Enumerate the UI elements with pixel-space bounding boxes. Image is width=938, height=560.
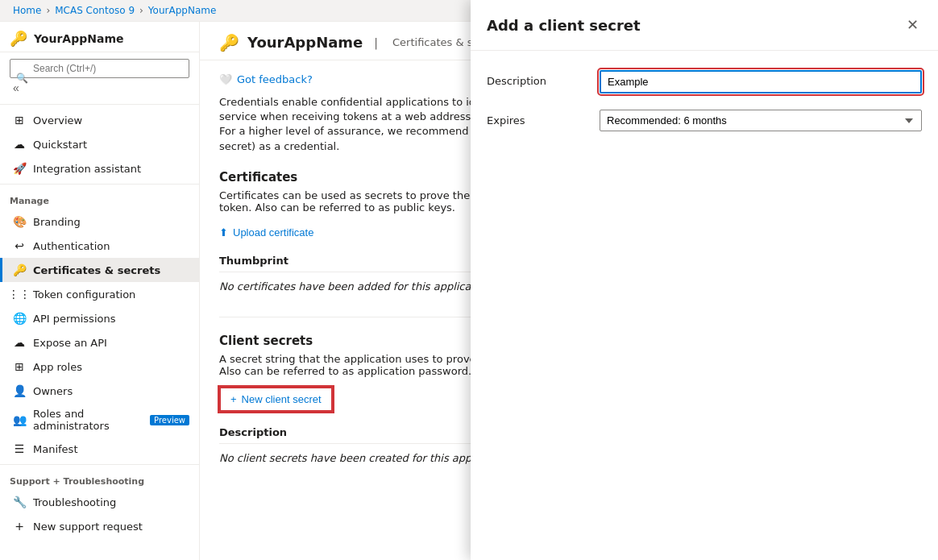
add-icon: + [230, 393, 237, 405]
sidebar-app-name: YourAppName [34, 32, 123, 45]
sidebar-item-token-config[interactable]: ⋮⋮ Token configuration [0, 282, 199, 306]
sidebar-item-authentication[interactable]: ↩ Authentication [0, 234, 199, 258]
expires-control-wrap: Recommended: 6 months 3 months 12 months… [600, 110, 922, 131]
preview-badge: Preview [150, 415, 189, 425]
sidebar-nav: ⊞ Overview ☁ Quickstart 🚀 Integration as… [0, 105, 199, 560]
certs-secrets-icon: 🔑 [12, 263, 27, 277]
sidebar-item-owners-label: Owners [33, 385, 73, 397]
sidebar-item-owners[interactable]: 👤 Owners [0, 379, 199, 403]
sidebar-search-container: 🔍 « [0, 52, 199, 105]
sidebar-item-expose-api-label: Expose an API [33, 337, 107, 349]
sidebar-item-app-roles-label: App roles [33, 361, 82, 373]
breadcrumb-home[interactable]: Home [13, 5, 41, 16]
sidebar-item-new-support-label: New support request [33, 521, 143, 533]
breadcrumb-mcas[interactable]: MCAS Contoso 9 [55, 5, 135, 16]
sidebar-item-token-config-label: Token configuration [33, 288, 135, 301]
sidebar-item-api-permissions[interactable]: 🌐 API permissions [0, 306, 199, 330]
search-input[interactable] [10, 59, 189, 78]
panel-body: Description Expires Recommended: 6 month… [471, 51, 938, 560]
add-secret-label: New client secret [242, 393, 322, 405]
expires-form-row: Expires Recommended: 6 months 3 months 1… [487, 110, 922, 131]
expires-select[interactable]: Recommended: 6 months 3 months 12 months… [600, 110, 922, 131]
feedback-icon: 🤍 [219, 73, 232, 85]
manifest-icon: ☰ [12, 442, 27, 456]
app-icon: 🔑 [10, 30, 27, 47]
sidebar-item-quickstart[interactable]: ☁ Quickstart [0, 132, 199, 156]
manage-section-label: Manage [0, 188, 199, 209]
sidebar-item-expose-api[interactable]: ☁ Expose an API [0, 330, 199, 355]
overview-icon: ⊞ [12, 113, 27, 127]
sidebar-item-authentication-label: Authentication [33, 240, 110, 252]
expose-api-icon: ☁ [12, 335, 27, 350]
sidebar-item-certs-secrets[interactable]: 🔑 Certificates & secrets [0, 258, 199, 282]
page-app-icon: 🔑 [219, 33, 239, 52]
integration-icon: 🚀 [12, 161, 27, 176]
sidebar-item-overview[interactable]: ⊞ Overview [0, 108, 199, 132]
description-form-row: Description [487, 70, 922, 93]
nav-divider-1 [0, 184, 199, 185]
sidebar-item-integration-assistant[interactable]: 🚀 Integration assistant [0, 156, 199, 180]
sidebar-item-api-permissions-label: API permissions [33, 313, 115, 325]
sidebar-item-troubleshooting[interactable]: 🔧 Troubleshooting [0, 490, 199, 514]
sidebar-item-overview-label: Overview [33, 114, 82, 127]
breadcrumb-sep-1: › [46, 5, 50, 16]
sidebar-item-app-roles[interactable]: ⊞ App roles [0, 355, 199, 379]
upload-icon: ⬆ [219, 226, 228, 239]
api-permissions-icon: 🌐 [12, 311, 27, 326]
search-icon: 🔍 [16, 73, 28, 84]
page-title: YourAppName [247, 34, 363, 51]
new-client-secret-button[interactable]: + New client secret [219, 387, 333, 412]
troubleshooting-icon: 🔧 [12, 495, 27, 509]
upload-certificate-button[interactable]: ⬆ Upload certificate [219, 223, 313, 242]
app-roles-icon: ⊞ [12, 359, 27, 374]
sidebar-item-branding-label: Branding [33, 216, 81, 228]
owners-icon: 👤 [12, 384, 27, 398]
panel-header: Add a client secret ✕ [471, 0, 938, 51]
support-section-label: Support + Troubleshooting [0, 468, 199, 490]
breadcrumb-sep-2: › [139, 5, 143, 16]
description-label: Description [487, 70, 583, 87]
page-title-separator: | [374, 36, 378, 49]
authentication-icon: ↩ [12, 239, 27, 253]
quickstart-icon: ☁ [12, 137, 27, 151]
panel-title: Add a client secret [487, 17, 641, 34]
branding-icon: 🎨 [12, 214, 27, 229]
sidebar-item-integration-label: Integration assistant [33, 163, 141, 175]
sidebar-item-manifest-label: Manifest [33, 443, 77, 455]
panel-close-button[interactable]: ✕ [903, 13, 922, 37]
feedback-text: Got feedback? [237, 73, 313, 85]
breadcrumb-app[interactable]: YourAppName [148, 5, 216, 16]
sidebar-item-roles-admins[interactable]: 👥 Roles and administrators Preview [0, 403, 199, 437]
token-config-icon: ⋮⋮ [12, 287, 27, 301]
upload-label: Upload certificate [233, 226, 313, 239]
sidebar-item-certs-secrets-label: Certificates & secrets [33, 264, 160, 276]
sidebar-item-manifest[interactable]: ☰ Manifest [0, 437, 199, 461]
nav-divider-2 [0, 464, 199, 465]
new-support-icon: + [12, 519, 27, 533]
sidebar-item-troubleshooting-label: Troubleshooting [33, 496, 116, 508]
sidebar: 🔑 YourAppName 🔍 « ⊞ Overview ☁ Quickstar… [0, 22, 200, 560]
sidebar-header: 🔑 YourAppName [0, 22, 199, 52]
sidebar-item-branding[interactable]: 🎨 Branding [0, 209, 199, 234]
description-control-wrap [600, 70, 922, 93]
sidebar-item-quickstart-label: Quickstart [33, 139, 87, 151]
expires-label: Expires [487, 110, 583, 127]
description-input[interactable] [600, 70, 922, 93]
add-client-secret-panel: Add a client secret ✕ Description Expire… [471, 0, 938, 560]
sidebar-item-roles-admins-label: Roles and administrators [33, 408, 140, 432]
roles-admins-icon: 👥 [12, 413, 27, 427]
sidebar-item-new-support[interactable]: + New support request [0, 514, 199, 538]
